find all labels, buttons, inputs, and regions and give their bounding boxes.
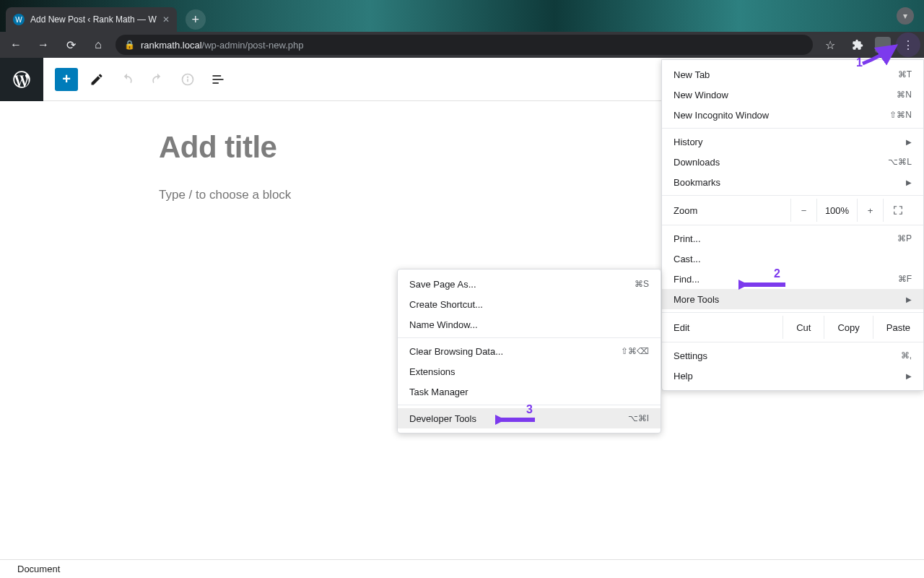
menu-copy[interactable]: Copy: [824, 316, 872, 339]
browser-toolbar: ← → ⟳ ⌂ 🔒 rankmath.local/wp-admin/post-n…: [0, 32, 924, 58]
menu-edit-row: Edit Cut Copy Paste: [662, 316, 923, 339]
submenu-clear-browsing-data[interactable]: Clear Browsing Data...⇧⌘⌫: [398, 341, 661, 361]
url-host: rankmath.local: [141, 40, 202, 51]
zoom-label: Zoom: [674, 205, 697, 216]
submenu-create-shortcut[interactable]: Create Shortcut...: [398, 294, 661, 314]
profile-menu-icon[interactable]: ▾: [897, 7, 914, 25]
forward-button[interactable]: →: [33, 35, 53, 55]
menu-settings[interactable]: Settings⌘,: [662, 345, 923, 366]
chevron-right-icon: ▶: [906, 138, 912, 146]
chevron-right-icon: ▶: [906, 296, 912, 303]
submenu-save-page-as[interactable]: Save Page As...⌘S: [398, 274, 661, 294]
address-bar[interactable]: 🔒 rankmath.local/wp-admin/post-new.php: [116, 35, 813, 55]
svg-rect-5: [213, 82, 219, 84]
menu-new-incognito[interactable]: New Incognito Window⇧⌘N: [662, 105, 923, 125]
submenu-name-window[interactable]: Name Window...: [398, 314, 661, 335]
menu-paste[interactable]: Paste: [873, 316, 923, 339]
lock-icon: 🔒: [124, 40, 135, 50]
submenu-extensions[interactable]: Extensions: [398, 361, 661, 381]
svg-point-2: [188, 77, 188, 77]
back-button[interactable]: ←: [6, 35, 26, 55]
wordpress-logo-icon[interactable]: [0, 58, 43, 101]
info-icon[interactable]: [176, 68, 199, 91]
zoom-out-button[interactable]: −: [790, 199, 816, 222]
url-path: /wp-admin/post-new.php: [202, 40, 304, 51]
edit-label: Edit: [674, 322, 689, 333]
add-block-button[interactable]: +: [55, 68, 78, 91]
reload-button[interactable]: ⟳: [61, 35, 81, 55]
menu-new-window[interactable]: New Window⌘N: [662, 85, 923, 105]
svg-rect-3: [213, 75, 222, 77]
close-tab-icon[interactable]: ✕: [162, 14, 170, 25]
chevron-right-icon: ▶: [906, 178, 912, 186]
menu-cast[interactable]: Cast...: [662, 249, 923, 269]
menu-more-tools[interactable]: More Tools▶: [662, 289, 923, 309]
redo-button[interactable]: [146, 68, 169, 91]
menu-help[interactable]: Help▶: [662, 366, 923, 386]
bookmark-star-icon[interactable]: ☆: [820, 35, 840, 55]
submenu-developer-tools[interactable]: Developer Tools⌥⌘I: [398, 408, 661, 428]
extensions-icon[interactable]: [847, 35, 868, 55]
menu-find[interactable]: Find...⌘F: [662, 269, 923, 289]
home-button[interactable]: ⌂: [88, 35, 108, 55]
outline-icon[interactable]: [206, 68, 230, 91]
wordpress-favicon-icon: W: [13, 14, 25, 25]
window-titlebar: W Add New Post ‹ Rank Math — W ✕ + ▾: [0, 0, 924, 32]
edit-mode-icon[interactable]: [85, 68, 108, 91]
submenu-task-manager[interactable]: Task Manager: [398, 381, 661, 402]
more-tools-submenu: Save Page As...⌘S Create Shortcut... Nam…: [397, 269, 661, 434]
tab-title: Add New Post ‹ Rank Math — W: [30, 14, 157, 25]
editor-footer: Document: [0, 559, 924, 578]
chevron-right-icon: ▶: [906, 372, 912, 380]
svg-rect-4: [213, 79, 224, 80]
browser-tab[interactable]: W Add New Post ‹ Rank Math — W ✕: [6, 7, 177, 32]
undo-button[interactable]: [116, 68, 139, 91]
menu-print[interactable]: Print...⌘P: [662, 228, 923, 249]
zoom-in-button[interactable]: +: [857, 199, 883, 222]
menu-history[interactable]: History▶: [662, 131, 923, 152]
fullscreen-button[interactable]: [883, 199, 912, 222]
new-tab-button[interactable]: +: [186, 9, 206, 30]
menu-downloads[interactable]: Downloads⌥⌘L: [662, 152, 923, 172]
menu-new-tab[interactable]: New Tab⌘T: [662, 64, 923, 85]
breadcrumb-document[interactable]: Document: [17, 564, 60, 574]
chrome-menu-button[interactable]: ⋮: [898, 35, 918, 55]
menu-cut[interactable]: Cut: [783, 316, 824, 339]
chrome-main-menu: New Tab⌘T New Window⌘N New Incognito Win…: [661, 59, 924, 391]
zoom-value: 100%: [816, 199, 857, 222]
menu-zoom-row: Zoom − 100% +: [662, 199, 923, 222]
profile-avatar[interactable]: [875, 37, 891, 53]
menu-bookmarks[interactable]: Bookmarks▶: [662, 172, 923, 192]
